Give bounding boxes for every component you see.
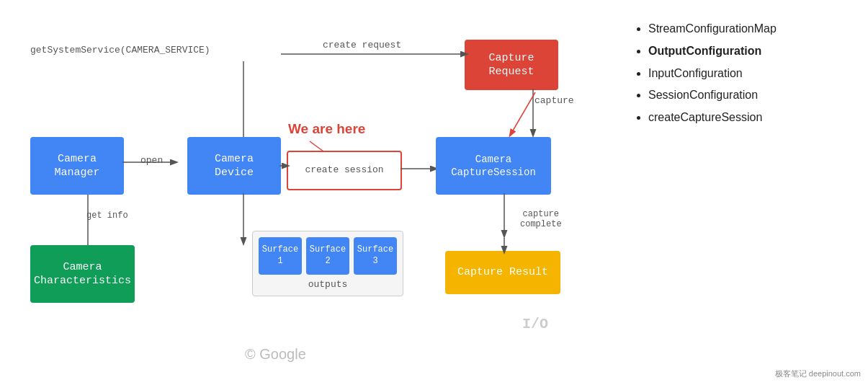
info-item-1: StreamConfigurationMap — [648, 22, 854, 37]
diagram-area: getSystemService(CAMERA_SERVICE) Camera … — [0, 0, 627, 385]
surfaces-row: Surface1 Surface2 Surface3 — [259, 237, 397, 275]
surface-1: Surface1 — [259, 237, 302, 275]
session-down-arrow — [493, 193, 515, 244]
camera-manager-box: Camera Manager — [30, 137, 124, 195]
capture-label: capture — [534, 95, 574, 106]
surface-3: Surface3 — [354, 237, 397, 275]
camera-device-box: Camera Device — [187, 137, 281, 195]
open-label: open — [140, 155, 163, 166]
footer-site-label: 极客笔记 deepinout.com — [775, 368, 861, 379]
svg-line-11 — [510, 92, 535, 136]
main-container: getSystemService(CAMERA_SERVICE) Camera … — [0, 0, 868, 385]
red-diagonal-arrow — [452, 89, 539, 143]
device-down-arrow — [233, 193, 254, 251]
google-copyright: © Google — [245, 346, 306, 363]
result-arrow — [493, 238, 515, 256]
outputs-label: outputs — [308, 279, 348, 290]
camera-characteristics-box: Camera Characteristics — [30, 245, 135, 303]
capture-result-box: Capture Result — [445, 251, 560, 294]
info-panel: StreamConfigurationMap OutputConfigurati… — [627, 0, 868, 385]
surface-2: Surface2 — [306, 237, 349, 275]
create-request-arrow — [281, 47, 468, 177]
io-logo: I/O — [522, 316, 548, 332]
info-item-5: createCaptureSession — [648, 110, 854, 125]
device-up-arrow — [233, 58, 254, 141]
get-info-label: get info — [86, 211, 128, 221]
create-request-label: create request — [323, 40, 401, 50]
info-item-4: SessionConfiguration — [648, 88, 854, 103]
system-service-label: getSystemService(CAMERA_SERVICE) — [30, 45, 210, 56]
surfaces-container: Surface1 Surface2 Surface3 outputs — [252, 231, 403, 296]
capture-request-box: Capture Request — [465, 40, 558, 90]
info-item-3: InputConfiguration — [648, 66, 854, 81]
info-list: StreamConfigurationMap OutputConfigurati… — [634, 22, 854, 133]
capture-complete-label: capture complete — [520, 209, 562, 229]
info-item-2: OutputConfiguration — [648, 44, 854, 59]
